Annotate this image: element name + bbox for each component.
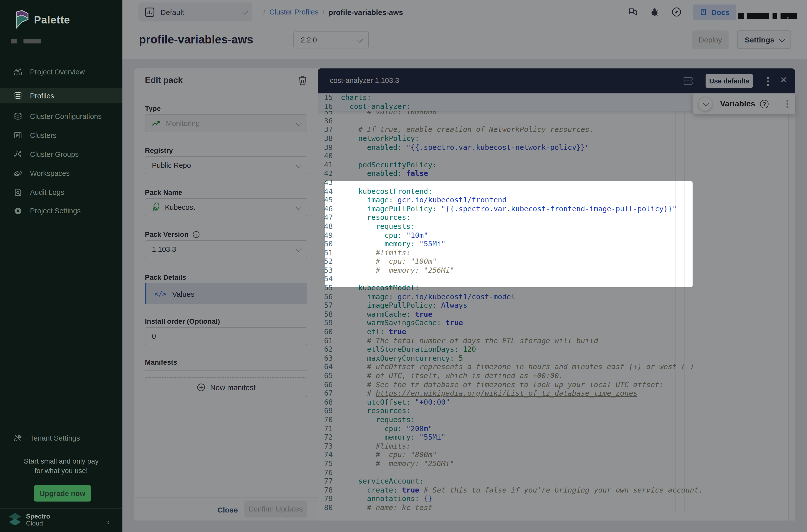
code-line-36[interactable]: 36 bbox=[318, 117, 788, 126]
code-line-65[interactable]: 65 # of UTC, itself, which is defined as… bbox=[318, 372, 788, 380]
line-number: 55 bbox=[318, 284, 341, 292]
user-menu-caret-icon[interactable]: ▾ bbox=[787, 15, 789, 20]
code-line-44[interactable]: 44 kubecostFrontend: bbox=[318, 187, 788, 196]
sidebar-item-project-overview[interactable]: Project Overview bbox=[0, 64, 123, 79]
code-line-70[interactable]: 70 requests: bbox=[318, 416, 788, 424]
code-line-51[interactable]: 51 #limits: bbox=[318, 248, 788, 257]
editor-close-icon[interactable]: ✕ bbox=[780, 75, 787, 86]
sidebar-item-cluster-groups[interactable]: Cluster Groups bbox=[0, 146, 123, 162]
install-order-input[interactable] bbox=[145, 327, 307, 345]
code-line-73[interactable]: 73 #limits: bbox=[318, 442, 788, 451]
palette-logo[interactable]: Palette bbox=[15, 10, 70, 30]
code-line-72[interactable]: 72 memory: "55Mi" bbox=[318, 433, 788, 442]
promo-line2: for what you use! bbox=[0, 466, 123, 476]
code-line-55[interactable]: 55 kubecostModel: bbox=[318, 284, 788, 292]
code-line-56[interactable]: 56 image: gcr.io/kubecost1/cost-model bbox=[318, 292, 788, 301]
code-line-57[interactable]: 57 imagePullPolicy: Always bbox=[318, 302, 788, 310]
pack-name-select[interactable]: Kubecost bbox=[145, 198, 307, 216]
close-button[interactable]: Close bbox=[218, 502, 238, 517]
code-line-62[interactable]: 62 etlStoreDurationDays: 120 bbox=[318, 345, 788, 354]
server-icon bbox=[14, 131, 22, 140]
code-line-64[interactable]: 64 # utcOffset represents a timezone in … bbox=[318, 363, 788, 372]
code-line-77[interactable]: 77 serviceAccount: bbox=[318, 477, 788, 486]
code-line-37[interactable]: 37 # If true, enable creation of Network… bbox=[318, 126, 788, 134]
edit-pack-footer: Close Confirm Updates bbox=[134, 497, 318, 520]
variables-collapse-button[interactable] bbox=[698, 97, 712, 111]
compare-diff-icon[interactable] bbox=[682, 76, 694, 86]
code-line-69[interactable]: 69 resources: bbox=[318, 407, 788, 416]
code-line-43[interactable]: 43 bbox=[318, 178, 788, 187]
code-line-67[interactable]: 67 # https://en.wikipedia.org/wiki/List_… bbox=[318, 389, 788, 398]
editor-scrollbar[interactable] bbox=[788, 93, 795, 520]
code-line-38[interactable]: 38 networkPolicy: bbox=[318, 134, 788, 143]
code-line-61[interactable]: 61 # The total number of days the ETL st… bbox=[318, 337, 788, 345]
trash-icon[interactable] bbox=[298, 75, 307, 86]
code-line-66[interactable]: 66 # See the tz database of timezones to… bbox=[318, 380, 788, 389]
line-number: 69 bbox=[318, 407, 341, 416]
code-line-49[interactable]: 49 cpu: "10m" bbox=[318, 231, 788, 240]
confirm-updates-button[interactable]: Confirm Updates bbox=[244, 500, 307, 517]
sidebar-item-clusters[interactable]: Clusters bbox=[0, 127, 123, 143]
pack-details-values-item[interactable]: </> Values bbox=[145, 283, 307, 304]
code-line-63[interactable]: 63 maxQueryConcurrency: 5 bbox=[318, 354, 788, 363]
code-line-60[interactable]: 60 etl: true bbox=[318, 328, 788, 337]
sidebar-item-profiles[interactable]: Profiles bbox=[0, 88, 123, 103]
sidebar-divider bbox=[0, 508, 123, 509]
code-line-59[interactable]: 59 warmSavingsCache: true bbox=[318, 319, 788, 328]
use-defaults-button[interactable]: Use defaults bbox=[706, 74, 753, 88]
pack-version-select[interactable]: 1.103.3 bbox=[145, 240, 307, 258]
code-line-75[interactable]: 75 # memory: "256Mi" bbox=[318, 460, 788, 468]
edit-pack-panel: Edit pack Type Monitoring Registry Publi… bbox=[134, 69, 318, 520]
code-area[interactable]: 35 # value: 10000003637 # If true, enabl… bbox=[318, 93, 795, 520]
spectro-cloud-logo-icon bbox=[8, 513, 21, 528]
code-line-71[interactable]: 71 cpu: "200m" bbox=[318, 424, 788, 433]
upgrade-now-button[interactable]: Upgrade now bbox=[34, 485, 91, 501]
code-line-46[interactable]: 46 imagePullPolicy: "{{.spectro.var.kube… bbox=[318, 205, 788, 213]
feedback-chat-icon[interactable] bbox=[627, 6, 638, 18]
deploy-button[interactable]: Deploy bbox=[692, 31, 729, 49]
code-line-40[interactable]: 40 bbox=[318, 152, 788, 160]
editor-kebab-menu-icon[interactable] bbox=[767, 75, 769, 88]
code-line-48[interactable]: 48 requests: bbox=[318, 222, 788, 231]
code-line-54[interactable]: 54 bbox=[318, 275, 788, 284]
promo-line1: Start small and only pay bbox=[0, 457, 123, 466]
info-icon[interactable] bbox=[192, 230, 200, 238]
docs-button[interactable]: Docs bbox=[693, 4, 736, 20]
line-number: 51 bbox=[318, 248, 341, 257]
profile-version-select[interactable]: 2.2.0 bbox=[293, 32, 369, 49]
sidebar-item-audit-logs[interactable]: Audit Logs bbox=[0, 184, 123, 200]
sidebar-collapse-icon[interactable]: ‹ bbox=[107, 517, 110, 527]
sidebar-item-project-settings[interactable]: Project Settings bbox=[0, 203, 123, 218]
code-line-45[interactable]: 45 image: gcr.io/kubecost1/frontend bbox=[318, 196, 788, 205]
code-line-76[interactable]: 76 bbox=[318, 468, 788, 477]
code-line-68[interactable]: 68 utcOffset: "+00:00" bbox=[318, 398, 788, 407]
code-line-52[interactable]: 52 # cpu: "100m" bbox=[318, 258, 788, 266]
code-line-79[interactable]: 79 annotations: {} bbox=[318, 495, 788, 504]
code-line-41[interactable]: 41 podSecurityPolicy: bbox=[318, 161, 788, 170]
type-label: Type bbox=[145, 104, 161, 112]
bug-report-icon[interactable] bbox=[649, 6, 660, 18]
sidebar-item-tenant-settings[interactable]: Tenant Settings bbox=[0, 430, 123, 445]
code-line-53[interactable]: 53 # memory: "256Mi" bbox=[318, 266, 788, 275]
code-line-74[interactable]: 74 # cpu: "800m" bbox=[318, 451, 788, 460]
code-line-80[interactable]: 80 # name: kc-test bbox=[318, 504, 788, 512]
sidebar-item-workspaces[interactable]: Workspaces bbox=[0, 165, 123, 181]
code-line-50[interactable]: 50 memory: "55Mi" bbox=[318, 240, 788, 248]
code-line-78[interactable]: 78 create: true # Set this to false if y… bbox=[318, 486, 788, 495]
help-icon[interactable]: ? bbox=[760, 100, 769, 108]
line-number: 78 bbox=[318, 486, 341, 495]
breadcrumb-link-cluster-profiles[interactable]: Cluster Profiles bbox=[269, 8, 319, 16]
code-line-58[interactable]: 58 warmCache: true bbox=[318, 310, 788, 319]
new-manifest-button[interactable]: New manifest bbox=[145, 377, 307, 397]
code-line-39[interactable]: 39 enabled: "{{.spectro.var.kubecost-net… bbox=[318, 143, 788, 152]
compass-icon[interactable] bbox=[671, 6, 682, 18]
code-line-47[interactable]: 47 resources: bbox=[318, 213, 788, 222]
docs-button-label: Docs bbox=[711, 8, 730, 16]
registry-select[interactable]: Public Repo bbox=[145, 156, 307, 174]
variables-kebab-menu-icon[interactable] bbox=[786, 99, 788, 109]
settings-button[interactable]: Settings bbox=[737, 31, 791, 49]
project-selector[interactable]: Default bbox=[138, 2, 252, 21]
type-select[interactable]: Monitoring bbox=[145, 114, 307, 132]
code-line-42[interactable]: 42 enabled: false bbox=[318, 170, 788, 178]
sidebar-item-cluster-configurations[interactable]: Cluster Configurations bbox=[0, 108, 123, 124]
